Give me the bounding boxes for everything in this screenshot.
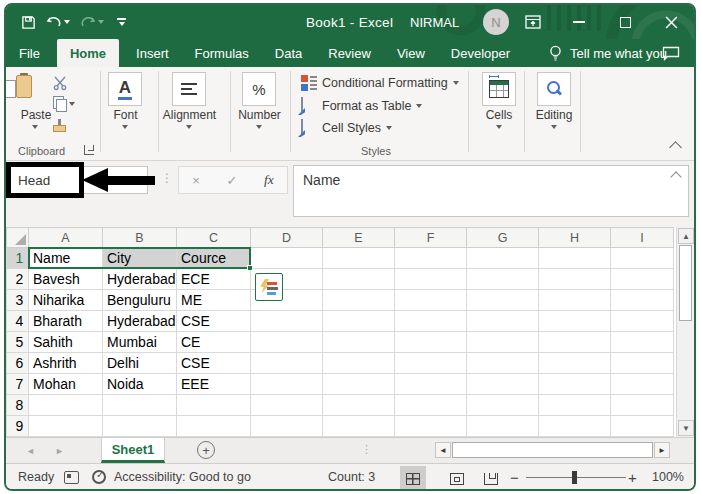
cell-G2[interactable] — [467, 269, 539, 290]
undo-button[interactable] — [43, 13, 73, 31]
cell-A1[interactable]: Name — [29, 248, 103, 269]
cell-C4[interactable]: CSE — [177, 311, 251, 332]
conditional-formatting-button[interactable]: Conditional Formatting — [301, 75, 459, 91]
cell-C5[interactable]: CE — [177, 332, 251, 353]
column-header-H[interactable]: H — [539, 228, 611, 248]
paste-dropdown-icon[interactable] — [32, 125, 38, 129]
font-dropdown-icon[interactable] — [122, 125, 128, 129]
customize-qat-button[interactable] — [117, 18, 126, 26]
minimize-button[interactable] — [556, 5, 602, 39]
tell-me-box[interactable]: Tell me what you — [549, 39, 667, 67]
cell-A6[interactable]: Ashrith — [29, 353, 103, 374]
cut-button[interactable] — [52, 75, 68, 95]
zoom-level-label[interactable]: 100% — [652, 464, 684, 490]
scroll-right-icon[interactable]: ► — [654, 442, 670, 458]
new-sheet-button[interactable]: + — [197, 441, 215, 459]
alignment-dropdown-icon[interactable] — [186, 125, 192, 129]
cell-A5[interactable]: Sahith — [29, 332, 103, 353]
quick-analysis-button[interactable] — [255, 273, 283, 301]
save-icon[interactable] — [18, 13, 39, 32]
cell-C6[interactable]: CSE — [177, 353, 251, 374]
cell-E2[interactable] — [323, 269, 395, 290]
tab-formulas[interactable]: Formulas — [182, 39, 262, 67]
cell-A2[interactable]: Bavesh — [29, 269, 103, 290]
cell-G1[interactable] — [467, 248, 539, 269]
cell-F2[interactable] — [395, 269, 467, 290]
cell-I8[interactable] — [611, 395, 674, 416]
cell-F7[interactable] — [395, 374, 467, 395]
column-header-C[interactable]: C — [177, 228, 251, 248]
cell-G9[interactable] — [467, 416, 539, 437]
cell-H6[interactable] — [539, 353, 611, 374]
cell-D4[interactable] — [251, 311, 323, 332]
cell-F9[interactable] — [395, 416, 467, 437]
cell-I2[interactable] — [611, 269, 674, 290]
cancel-icon[interactable]: × — [192, 173, 200, 188]
row-header-6[interactable]: 6 — [7, 353, 29, 374]
column-header-I[interactable]: I — [611, 228, 674, 248]
cell-B9[interactable] — [103, 416, 177, 437]
tab-view[interactable]: View — [384, 39, 438, 67]
cell-H2[interactable] — [539, 269, 611, 290]
cell-A4[interactable]: Bharath — [29, 311, 103, 332]
row-header-9[interactable]: 9 — [7, 416, 29, 437]
select-all-corner[interactable] — [7, 228, 29, 248]
cell-E8[interactable] — [323, 395, 395, 416]
cell-C8[interactable] — [177, 395, 251, 416]
cell-A8[interactable] — [29, 395, 103, 416]
cell-E5[interactable] — [323, 332, 395, 353]
cell-B8[interactable] — [103, 395, 177, 416]
cell-C3[interactable]: ME — [177, 290, 251, 311]
column-header-A[interactable]: A — [29, 228, 103, 248]
cells-dropdown-icon[interactable] — [496, 125, 502, 129]
cell-I1[interactable] — [611, 248, 674, 269]
cell-E7[interactable] — [323, 374, 395, 395]
cell-G3[interactable] — [467, 290, 539, 311]
sheet-nav-right-icon[interactable]: ► — [55, 446, 64, 456]
font-group-label[interactable]: Font — [98, 108, 153, 122]
cell-B1[interactable]: City — [103, 248, 177, 269]
undo-dropdown-icon[interactable] — [64, 20, 70, 24]
cell-C2[interactable]: ECE — [177, 269, 251, 290]
namebox-resize-dots[interactable]: ⋮ — [161, 171, 173, 185]
horizontal-scroll-thumb[interactable] — [452, 442, 653, 458]
cell-E3[interactable] — [323, 290, 395, 311]
spreadsheet-table[interactable]: ABCDEFGHI1NameCityCource2BaveshHyderabad… — [6, 227, 674, 437]
row-header-7[interactable]: 7 — [7, 374, 29, 395]
editing-dropdown-icon[interactable] — [551, 125, 557, 129]
number-group-button[interactable]: % — [242, 72, 276, 106]
cell-E4[interactable] — [323, 311, 395, 332]
cell-D6[interactable] — [251, 353, 323, 374]
cell-D9[interactable] — [251, 416, 323, 437]
formula-bar-input[interactable]: Name — [293, 165, 689, 217]
cell-F1[interactable] — [395, 248, 467, 269]
row-header-2[interactable]: 2 — [7, 269, 29, 290]
share-comment-button[interactable] — [662, 39, 680, 67]
cell-B2[interactable]: Hyderabad — [103, 269, 177, 290]
cell-B5[interactable]: Mumbai — [103, 332, 177, 353]
cell-G8[interactable] — [467, 395, 539, 416]
avatar[interactable]: N — [483, 9, 509, 35]
alignment-group-button[interactable] — [172, 72, 206, 106]
close-button[interactable] — [648, 5, 694, 39]
cell-I3[interactable] — [611, 290, 674, 311]
accessibility-icon[interactable] — [92, 464, 106, 490]
cell-F3[interactable] — [395, 290, 467, 311]
cell-H5[interactable] — [539, 332, 611, 353]
zoom-in-button[interactable]: + — [628, 464, 637, 490]
row-header-1[interactable]: 1 — [7, 248, 29, 269]
cell-D8[interactable] — [251, 395, 323, 416]
cell-A3[interactable]: Niharika — [29, 290, 103, 311]
column-header-D[interactable]: D — [251, 228, 323, 248]
zoom-slider-thumb[interactable] — [572, 471, 577, 484]
cell-A9[interactable] — [29, 416, 103, 437]
number-dropdown-icon[interactable] — [256, 125, 262, 129]
cell-G4[interactable] — [467, 311, 539, 332]
editing-group-button[interactable] — [537, 72, 571, 106]
cell-B4[interactable]: Hyderabad — [103, 311, 177, 332]
cell-F6[interactable] — [395, 353, 467, 374]
cell-I5[interactable] — [611, 332, 674, 353]
sheet-tab-sheet1[interactable]: Sheet1 — [101, 438, 165, 463]
cell-A7[interactable]: Mohan — [29, 374, 103, 395]
tab-file[interactable]: File — [6, 39, 53, 67]
